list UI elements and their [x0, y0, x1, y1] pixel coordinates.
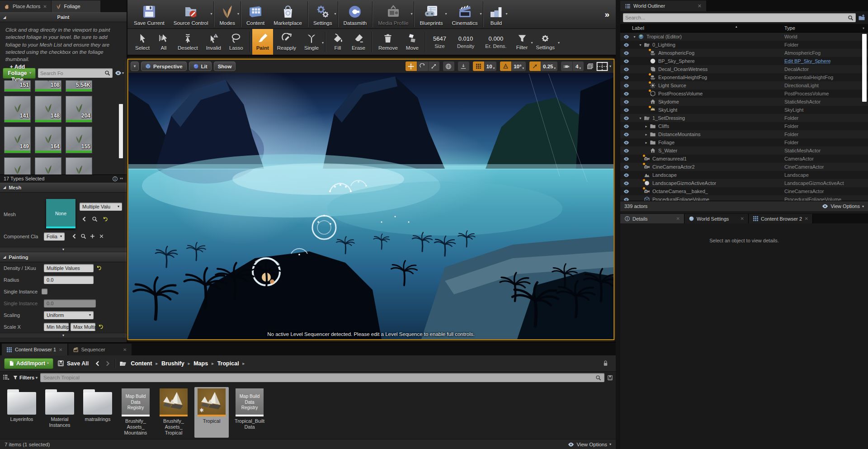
foliage-type-thumbnail[interactable]: 207: [66, 157, 92, 175]
visibility-toggle[interactable]: [620, 50, 632, 56]
close-icon[interactable]: ✕: [741, 216, 744, 221]
outliner-row-landscape[interactable]: LandscapeLandscape: [620, 171, 868, 179]
close-icon[interactable]: ✕: [43, 4, 47, 9]
content-search-input[interactable]: [43, 375, 595, 380]
rotate-tool-button[interactable]: [417, 61, 428, 71]
setting-value[interactable]: 5647: [433, 35, 446, 42]
visibility-toggle[interactable]: [620, 197, 632, 201]
visibility-toggle[interactable]: [620, 132, 632, 137]
close-icon[interactable]: ✕: [805, 216, 808, 221]
forward-button[interactable]: [104, 360, 111, 367]
tab-content-browser-2[interactable]: Content Browser 2✕: [749, 214, 813, 223]
foliage-type-thumbnail[interactable]: 204: [66, 96, 92, 123]
outliner-row-light-source[interactable]: Light SourceDirectionalLight: [620, 81, 868, 90]
scale-x-min-field[interactable]: Min Multip: [44, 323, 69, 331]
toolbar-button-datasmith[interactable]: Datasmith: [339, 0, 372, 28]
visibility-toggle[interactable]: [620, 123, 632, 129]
foliage-view-options-button[interactable]: ▾: [115, 70, 124, 76]
toolbar-button-build[interactable]: ▾Build: [484, 0, 508, 28]
scale-snap-value[interactable]: 0.25▾: [541, 61, 557, 71]
outliner-row-cameraunreal1[interactable]: Cameraunreal1CameraActor: [620, 155, 868, 163]
foliage-tool-remove[interactable]: Remove: [374, 29, 402, 55]
expand-arrow-icon[interactable]: ▸: [644, 132, 649, 137]
asset-brushify-assets-mountains[interactable]: Map Build Data RegistryBrushify_ Assets_…: [118, 387, 153, 438]
toolbar-button-blueprints[interactable]: ▾Blueprints: [415, 0, 447, 28]
foliage-tool-fill[interactable]: Fill: [328, 29, 348, 55]
asset-brushify-assets-tropical[interactable]: Brushify_ Assets_ Tropical: [156, 387, 191, 438]
outliner-row-decal-oceanwetness[interactable]: Decal_OceanWetnessDecalActor: [620, 65, 868, 73]
reset-icon[interactable]: [102, 216, 108, 222]
lit-mode-button[interactable]: Lit: [189, 61, 212, 71]
viewport-options-button[interactable]: ▾: [131, 61, 139, 71]
reset-icon[interactable]: [98, 324, 104, 330]
foliage-type-thumbnail[interactable]: 148: [35, 96, 61, 123]
visibility-toggle[interactable]: [620, 75, 632, 80]
toolbar-button-media-profile[interactable]: ▾Media Profile: [373, 0, 413, 28]
scaling-dropdown[interactable]: Uniform ▾: [44, 311, 94, 319]
expand-all-icon[interactable]: ▾▾: [120, 178, 123, 180]
brush-setting-size[interactable]: 5647Size: [428, 29, 452, 55]
visibility-toggle[interactable]: [620, 156, 632, 162]
outliner-scrollbar[interactable]: [862, 34, 867, 102]
close-icon[interactable]: ✕: [59, 347, 62, 352]
breadcrumb-item-maps[interactable]: Maps: [193, 360, 208, 367]
density-field[interactable]: Multiple Values: [44, 264, 94, 272]
visibility-toggle[interactable]: [620, 58, 632, 64]
splitter-expander[interactable]: ▾: [0, 247, 127, 252]
content-search-box[interactable]: [40, 373, 604, 382]
clear-icon[interactable]: [99, 233, 104, 239]
foliage-tool-move[interactable]: Move: [402, 29, 423, 55]
tab-world-outliner[interactable]: World Outliner ✕: [620, 0, 706, 11]
breadcrumb-item-brushify[interactable]: Brushify: [161, 360, 184, 367]
setting-value[interactable]: 0.010: [458, 35, 473, 42]
breadcrumb-item-tropical[interactable]: Tropical: [217, 360, 239, 367]
scale-snap-toggle[interactable]: [529, 61, 541, 71]
use-selected-icon[interactable]: [71, 233, 77, 239]
visibility-toggle[interactable]: [620, 180, 632, 186]
visibility-toggle[interactable]: [620, 83, 632, 89]
outliner-search-box[interactable]: [623, 13, 856, 22]
outliner-row-bp-sky-sphere[interactable]: BP_Sky_SphereEdit BP_Sky_Sphere: [620, 57, 868, 65]
collapse-arrow-icon[interactable]: ▾: [638, 43, 643, 47]
toolbar-button-settings[interactable]: ▾Settings: [309, 0, 337, 28]
add-foliage-type-button[interactable]: + Add Foliage Type ▾: [3, 68, 36, 79]
visibility-toggle[interactable]: [620, 172, 632, 178]
add-import-button[interactable]: Add/Import ▾: [4, 358, 53, 369]
save-all-button[interactable]: Save All: [57, 360, 89, 367]
add-icon[interactable]: [90, 233, 95, 239]
grid-snap-toggle[interactable]: [473, 61, 484, 71]
asset-material-instances[interactable]: Material Instances: [42, 387, 77, 438]
foliage-type-thumbnail[interactable]: 197: [35, 157, 61, 175]
surface-snapping-button[interactable]: [458, 61, 469, 71]
splitter-expander[interactable]: ▾: [0, 333, 127, 338]
setting-value[interactable]: 0.000: [489, 35, 504, 42]
foliage-grid-scrollbar[interactable]: [119, 104, 123, 158]
tab-details[interactable]: Details✕: [620, 214, 684, 223]
type-column-header[interactable]: Type: [784, 25, 795, 31]
info-icon[interactable]: [112, 176, 118, 182]
grid-snap-value[interactable]: 10▾: [484, 61, 496, 71]
column-filter-icon[interactable]: ▾: [863, 26, 864, 30]
outliner-column-headers[interactable]: Label ▴ Type ▾: [620, 24, 868, 33]
rotation-snap-toggle[interactable]: [500, 61, 511, 71]
foliage-tool-select[interactable]: Select: [131, 29, 154, 55]
foliage-search-box[interactable]: [38, 68, 113, 78]
browse-icon[interactable]: [80, 233, 86, 239]
foliage-tool-invalid[interactable]: Invalid: [202, 29, 225, 55]
outliner-row-1-setdressing[interactable]: ▾1_SetDressingFolder: [620, 114, 868, 122]
outliner-row-octanecamera-baked[interactable]: OctaneCamera__baked_CineCameraActor: [620, 187, 868, 195]
outliner-row-atmosphericfog[interactable]: AtmosphericFogAtmosphericFog: [620, 49, 868, 57]
visibility-toggle[interactable]: [620, 34, 632, 40]
visibility-toggle[interactable]: [620, 91, 632, 97]
visibility-toggle[interactable]: [620, 189, 632, 194]
foliage-tool-lasso[interactable]: Lasso: [225, 29, 247, 55]
brush-setting-density[interactable]: 0.010Density: [452, 29, 480, 55]
breadcrumb-item-content[interactable]: Content: [131, 360, 152, 367]
tab-world-settings[interactable]: World Settings✕: [684, 214, 749, 223]
browse-icon[interactable]: [92, 216, 98, 222]
radius-field[interactable]: 0.0: [44, 276, 94, 284]
viewport-layout-button[interactable]: ▾: [596, 61, 611, 72]
tab-sequencer[interactable]: Sequencer ✕: [68, 344, 132, 355]
expand-arrow-icon[interactable]: ▸: [644, 124, 649, 128]
close-icon[interactable]: ✕: [123, 347, 127, 352]
